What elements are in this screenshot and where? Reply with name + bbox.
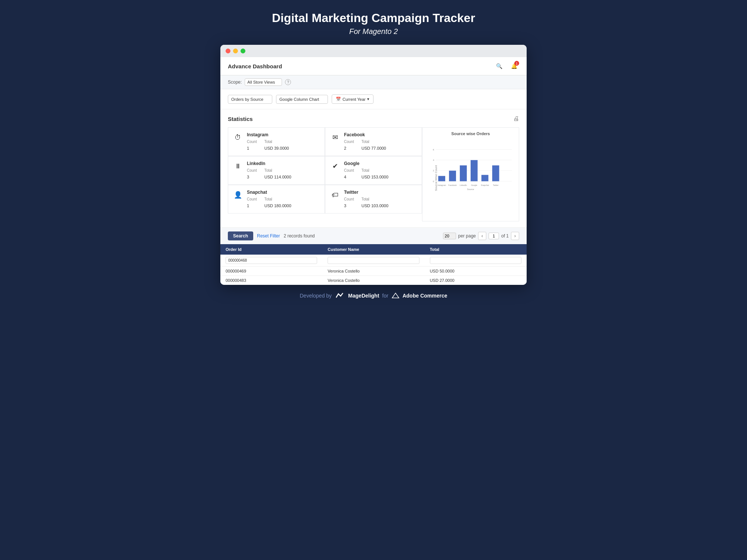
notification-icon[interactable]: 🔔 1 <box>509 61 519 71</box>
maximize-dot[interactable] <box>241 49 245 53</box>
chart-type-select[interactable]: Orders by Source <box>228 95 272 104</box>
filter-customer-name <box>322 255 424 267</box>
browser-window: Advance Dashboard 🔍 🔔 1 Scope: All Store… <box>220 45 527 285</box>
filter-total-input[interactable] <box>430 257 521 264</box>
facebook-total-col: Total USD 77.0000 <box>362 140 386 151</box>
order-id-cell: 000000483 <box>220 276 322 285</box>
facebook-count-col: Count 2 <box>344 140 354 151</box>
instagram-total-value: USD 39.0000 <box>264 146 289 150</box>
svg-rect-10 <box>460 165 467 181</box>
chart-wrap: Source Wise Count 6 4 2 0 <box>426 139 515 217</box>
svg-text:Instagram: Instagram <box>437 184 446 186</box>
snapchat-total-col: Total USD 180.0000 <box>264 197 291 209</box>
facebook-icon: ✉ <box>330 132 340 143</box>
linkedin-total-value: USD 114.0000 <box>264 175 291 179</box>
google-total-label: Total <box>362 168 388 172</box>
search-icon[interactable]: 🔍 <box>494 61 504 71</box>
facebook-total-label: Total <box>362 140 386 144</box>
instagram-total-label: Total <box>264 140 289 144</box>
svg-rect-9 <box>449 171 456 181</box>
search-bar: Search Reset Filter 2 records found 20 p… <box>220 227 527 244</box>
pagination: 20 per page ‹ of 1 › <box>443 232 519 240</box>
facebook-stats: Count 2 Total USD 77.0000 <box>344 140 416 151</box>
help-icon[interactable]: ? <box>285 79 291 85</box>
linkedin-name: LinkedIn <box>247 161 319 166</box>
search-button[interactable]: Search <box>228 231 253 240</box>
records-found: 2 records found <box>283 233 439 239</box>
stats-col-2: ✉ Facebook Count 2 Total USD 77.0000 <box>325 127 422 221</box>
google-count-value: 4 <box>344 175 346 179</box>
stats-col-1: ⏱ Instagram Count 1 Total USD 39.0000 <box>228 127 325 221</box>
twitter-count-value: 3 <box>344 203 346 208</box>
page-total: of 1 <box>501 233 509 239</box>
col-total: Total <box>425 244 527 255</box>
chart-style-select[interactable]: Google Column Chart <box>276 95 328 104</box>
table-row: 000000469 Veronica Costello USD 50.0000 <box>220 267 527 276</box>
google-info: Google Count 4 Total USD 153.0000 <box>344 161 416 180</box>
col-customer-name: Customer Name <box>322 244 424 255</box>
twitter-stats: Count 3 Total USD 103.0000 <box>344 197 416 209</box>
linkedin-count-label: Count <box>247 168 257 172</box>
svg-text:Twitter: Twitter <box>493 184 499 186</box>
per-page-label: per page <box>458 233 476 239</box>
print-icon[interactable]: 🖨 <box>513 115 519 122</box>
prev-page-button[interactable]: ‹ <box>478 232 486 240</box>
snapchat-count-col: Count 1 <box>247 197 257 209</box>
minimize-dot[interactable] <box>233 49 238 53</box>
stat-card-linkedin: ⏸ LinkedIn Count 3 Total USD 114.0000 <box>228 156 325 185</box>
snapchat-total-label: Total <box>264 197 291 201</box>
svg-rect-11 <box>471 160 478 181</box>
next-page-button[interactable]: › <box>511 232 519 240</box>
google-count-col: Count 4 <box>344 168 354 180</box>
twitter-icon: 🏷 <box>330 190 340 200</box>
customer-name-cell: Veronica Costello <box>322 276 424 285</box>
google-count-label: Count <box>344 168 354 172</box>
instagram-icon: ⏱ <box>233 132 243 143</box>
svg-text:LinkedIn: LinkedIn <box>460 184 467 186</box>
close-dot[interactable] <box>226 49 230 53</box>
stat-card-snapchat: 👤 Snapchat Count 1 Total USD 180.0000 <box>228 185 325 214</box>
linkedin-stats: Count 3 Total USD 114.0000 <box>247 168 319 180</box>
page-number-input[interactable] <box>489 233 499 239</box>
linkedin-count-col: Count 3 <box>247 168 257 180</box>
controls-bar: Orders by Source Google Column Chart 📅 C… <box>220 89 527 109</box>
snapchat-count-label: Count <box>247 197 257 201</box>
statistics-title: Statistics <box>228 116 253 122</box>
app-title: Advance Dashboard <box>228 63 282 69</box>
google-total-col: Total USD 153.0000 <box>362 168 388 180</box>
main-content: Statistics 🖨 ⏱ Instagram Count 1 <box>220 109 527 227</box>
per-page-select[interactable]: 20 <box>443 233 456 239</box>
reset-filter-button[interactable]: Reset Filter <box>257 233 280 239</box>
page-subtitle: For Magento 2 <box>272 27 475 36</box>
snapchat-info: Snapchat Count 1 Total USD 180.0000 <box>247 190 319 209</box>
period-button[interactable]: 📅 Current Year ▾ <box>332 94 374 104</box>
facebook-total-value: USD 77.0000 <box>362 146 386 150</box>
content-grid: ⏱ Instagram Count 1 Total USD 39.0000 <box>228 127 519 221</box>
filter-customer-name-input[interactable] <box>328 257 419 264</box>
snapchat-stats: Count 1 Total USD 180.0000 <box>247 197 319 209</box>
app-topbar: Advance Dashboard 🔍 🔔 1 <box>220 57 527 75</box>
instagram-count-label: Count <box>247 140 257 144</box>
filter-order-id-input[interactable] <box>226 257 317 264</box>
instagram-count-col: Count 1 <box>247 140 257 151</box>
scope-select[interactable]: All Store Views <box>245 78 282 86</box>
orders-table: Order Id Customer Name Total <box>220 244 527 285</box>
chart-column: Source wise Orders Source Wise Count 6 4… <box>422 127 519 221</box>
facebook-info: Facebook Count 2 Total USD 77.0000 <box>344 132 416 151</box>
linkedin-total-col: Total USD 114.0000 <box>264 168 291 180</box>
twitter-count-col: Count 3 <box>344 197 354 209</box>
svg-text:Snapchat: Snapchat <box>481 184 489 186</box>
twitter-info: Twitter Count 3 Total USD 103.0000 <box>344 190 416 209</box>
instagram-name: Instagram <box>247 132 319 137</box>
svg-text:Facebook: Facebook <box>448 184 457 186</box>
svg-text:Google: Google <box>471 184 477 186</box>
instagram-info: Instagram Count 1 Total USD 39.0000 <box>247 132 319 151</box>
facebook-name: Facebook <box>344 132 416 137</box>
facebook-count-label: Count <box>344 140 354 144</box>
notification-badge: 1 <box>514 61 519 66</box>
scope-label: Scope: <box>228 80 242 85</box>
chart-title: Source wise Orders <box>426 131 515 136</box>
table-header-row: Order Id Customer Name Total <box>220 244 527 255</box>
bar-chart: 6 4 2 0 <box>426 139 515 217</box>
table-section: Order Id Customer Name Total <box>220 244 527 285</box>
